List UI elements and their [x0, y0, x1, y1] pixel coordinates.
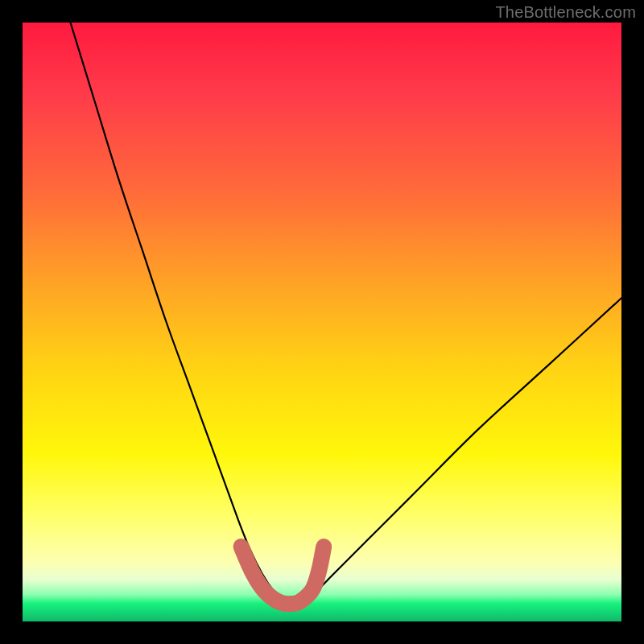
curve-layer	[23, 23, 621, 621]
watermark-text: TheBottleneck.com	[495, 3, 636, 22]
chart-frame: TheBottleneck.com	[0, 0, 644, 644]
plot-area	[23, 23, 621, 621]
bottleneck-curve	[71, 23, 621, 605]
